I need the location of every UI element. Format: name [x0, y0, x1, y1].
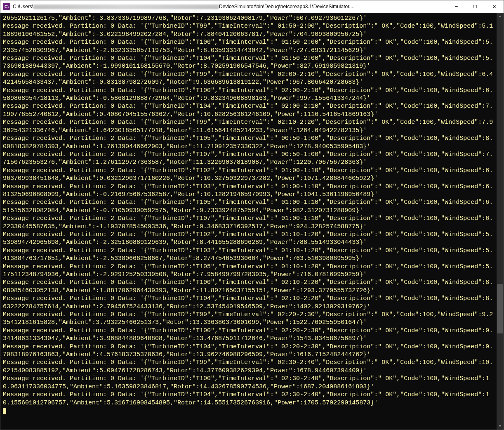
- app-window: C\ C:\Users\DeviceSimulator\bin\Debug\ne…: [0, 0, 504, 430]
- title-suffix: DeviceSimulator\bin\Debug\netcoreapp3.1\…: [219, 4, 355, 9]
- scroll-down-arrow-icon[interactable]: ▼: [497, 423, 504, 430]
- window-controls: ━ ☐ ✕: [447, 0, 504, 13]
- app-icon: C\: [3, 3, 10, 10]
- maximize-button[interactable]: ☐: [466, 0, 485, 13]
- title-redacted-path: [33, 5, 219, 9]
- console-output[interactable]: 26552621126175,"Ambient":-3.837336719989…: [0, 13, 497, 430]
- close-button[interactable]: ✕: [485, 0, 504, 13]
- title-prefix: C:\Users\: [13, 4, 33, 9]
- vertical-scrollbar[interactable]: ▲ ▼: [497, 13, 504, 430]
- titlebar[interactable]: C\ C:\Users\DeviceSimulator\bin\Debug\ne…: [0, 0, 504, 13]
- minimize-button[interactable]: ━: [447, 0, 466, 13]
- scroll-up-arrow-icon[interactable]: ▲: [497, 13, 504, 20]
- cursor: [3, 408, 6, 414]
- window-title: C:\Users\DeviceSimulator\bin\Debug\netco…: [13, 4, 447, 9]
- console-area: 26552621126175,"Ambient":-3.837336719989…: [0, 13, 504, 430]
- scrollbar-thumb[interactable]: [497, 284, 503, 333]
